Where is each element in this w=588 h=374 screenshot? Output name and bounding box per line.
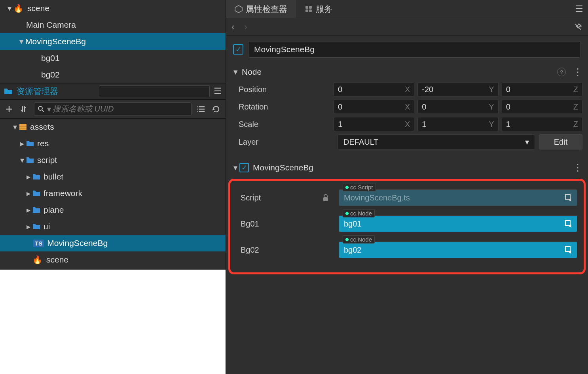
- chevron-right-icon[interactable]: ▸: [25, 205, 32, 215]
- hierarchy-root[interactable]: ▾ 🔥 scene: [0, 0, 226, 17]
- asset-folder-framework[interactable]: ▸ framework: [0, 185, 226, 202]
- asset-scene[interactable]: 🔥 scene: [0, 251, 226, 268]
- sort-icon[interactable]: [19, 105, 30, 113]
- rotation-y-input[interactable]: 0Y: [417, 100, 498, 114]
- node-active-checkbox[interactable]: ✓: [233, 44, 243, 55]
- assets-root[interactable]: ▾ assets: [0, 119, 226, 135]
- node-name-input[interactable]: MovingSceneBg: [248, 41, 581, 58]
- chevron-down-icon: ▾: [525, 137, 529, 147]
- rotation-label: Rotation: [239, 102, 334, 111]
- tab-inspector[interactable]: 属性检查器: [226, 0, 296, 18]
- add-icon[interactable]: [4, 105, 15, 113]
- help-icon[interactable]: ?: [557, 68, 566, 76]
- scale-label: Scale: [239, 120, 334, 129]
- asset-folder-script[interactable]: ▾ script: [0, 152, 226, 168]
- svg-marker-4: [235, 6, 242, 13]
- more-icon[interactable]: ⋮: [573, 162, 582, 173]
- more-icon[interactable]: ⋮: [573, 66, 582, 77]
- folder-icon: [32, 223, 40, 230]
- pin-icon[interactable]: [574, 23, 582, 31]
- component-header[interactable]: ▾ ✓ MovingSceneBg ⋮: [226, 159, 588, 176]
- node-section-header[interactable]: ▾ Node ? ⋮: [226, 63, 588, 81]
- svg-rect-12: [565, 247, 570, 251]
- root-label: scene: [27, 4, 49, 13]
- typescript-icon: TS: [33, 240, 44, 247]
- chevron-down-icon[interactable]: ▾: [231, 163, 239, 172]
- position-x-input[interactable]: 0X: [334, 82, 414, 96]
- inspector-icon: [235, 5, 243, 13]
- asset-folder-res[interactable]: ▸ res: [0, 135, 226, 152]
- scale-z-input[interactable]: 1Z: [502, 117, 582, 131]
- rotation-x-input[interactable]: 0X: [334, 100, 414, 114]
- chevron-down-icon[interactable]: ▾: [231, 67, 239, 77]
- assets-toolbar: ▾: [0, 100, 226, 119]
- script-reference-input[interactable]: MovingSceneBg.ts: [339, 189, 577, 206]
- assets-path-box[interactable]: [99, 85, 210, 97]
- position-y-input[interactable]: -20Y: [417, 82, 498, 96]
- hierarchy-item-movingscenebg[interactable]: ▾ MovingSceneBg: [0, 33, 226, 50]
- goto-icon[interactable]: [565, 246, 572, 253]
- search-input[interactable]: [53, 104, 188, 113]
- folder-icon: [26, 157, 34, 163]
- menu-icon[interactable]: ☰: [575, 4, 583, 14]
- fire-icon: 🔥: [32, 255, 42, 264]
- hierarchy-panel: ▾ 🔥 scene Main Camera ▾ MovingSceneBg bg…: [0, 0, 226, 83]
- nav-back-icon[interactable]: ‹: [231, 21, 235, 32]
- goto-icon[interactable]: [565, 220, 572, 227]
- menu-icon[interactable]: ☰: [214, 86, 222, 96]
- folder-icon: [4, 88, 13, 95]
- bg02-reference-input[interactable]: bg02: [339, 242, 577, 258]
- bg01-reference-input[interactable]: bg01: [339, 215, 577, 232]
- chevron-down-icon[interactable]: ▾: [17, 37, 25, 46]
- svg-point-0: [38, 106, 42, 110]
- hierarchy-item-main-camera[interactable]: Main Camera: [0, 17, 226, 33]
- assets-title: 资源管理器: [17, 86, 58, 97]
- chevron-right-icon[interactable]: ▸: [18, 139, 26, 148]
- tab-services[interactable]: 服务: [296, 0, 341, 18]
- rotation-z-input[interactable]: 0Z: [502, 100, 582, 114]
- asset-folder-bullet[interactable]: ▸ bullet: [0, 168, 226, 185]
- refresh-icon[interactable]: [211, 105, 222, 113]
- asset-script-movingscenebg[interactable]: TS MovingSceneBg: [0, 235, 226, 251]
- asset-folder-ui[interactable]: ▸ ui: [0, 218, 226, 235]
- position-row: Position 0X -20Y 0Z: [226, 81, 588, 98]
- search-icon: [38, 106, 45, 113]
- database-icon: [19, 123, 27, 130]
- chevron-right-icon[interactable]: ▸: [25, 172, 32, 181]
- layer-select[interactable]: DEFAULT ▾: [338, 134, 535, 149]
- layer-edit-button[interactable]: Edit: [539, 134, 582, 149]
- svg-rect-2: [19, 126, 27, 127]
- svg-rect-8: [309, 9, 312, 12]
- nav-forward-icon[interactable]: ›: [244, 21, 247, 32]
- chevron-down-icon[interactable]: ▾: [11, 122, 19, 132]
- asset-folder-plane[interactable]: ▸ plane: [0, 202, 226, 218]
- chevron-right-icon[interactable]: ▸: [25, 189, 32, 198]
- hierarchy-item-bg02[interactable]: bg02: [0, 66, 226, 83]
- svg-rect-9: [323, 197, 328, 201]
- layer-label: Layer: [239, 138, 334, 147]
- chevron-down-icon[interactable]: ▾: [18, 155, 26, 165]
- position-label: Position: [239, 85, 334, 94]
- folder-icon: [26, 140, 34, 147]
- highlight-box: Script cc.Script MovingSceneBg.ts Bg01 c…: [228, 179, 586, 274]
- fire-icon: 🔥: [13, 4, 23, 13]
- goto-icon[interactable]: [565, 194, 572, 201]
- position-z-input[interactable]: 0Z: [502, 82, 582, 96]
- inspector-tabs: 属性检查器 服务 ☰: [226, 0, 588, 18]
- folder-icon: [32, 174, 40, 180]
- component-enabled-checkbox[interactable]: ✓: [239, 163, 249, 172]
- scale-x-input[interactable]: 1X: [334, 117, 414, 131]
- chevron-down-icon[interactable]: ▾: [6, 4, 13, 13]
- hierarchy-item-bg01[interactable]: bg01: [0, 50, 226, 66]
- svg-rect-6: [309, 6, 312, 9]
- services-icon: [305, 5, 313, 13]
- assets-header: 资源管理器 ☰: [0, 83, 226, 100]
- svg-rect-5: [305, 6, 308, 9]
- scale-y-input[interactable]: 1Y: [417, 117, 498, 131]
- rotation-row: Rotation 0X 0Y 0Z: [226, 98, 588, 115]
- list-icon[interactable]: [195, 105, 207, 113]
- assets-search[interactable]: ▾: [34, 102, 192, 116]
- layer-row: Layer DEFAULT ▾ Edit: [226, 133, 588, 151]
- node-name-row: ✓ MovingSceneBg: [226, 36, 588, 63]
- chevron-right-icon[interactable]: ▸: [25, 222, 32, 231]
